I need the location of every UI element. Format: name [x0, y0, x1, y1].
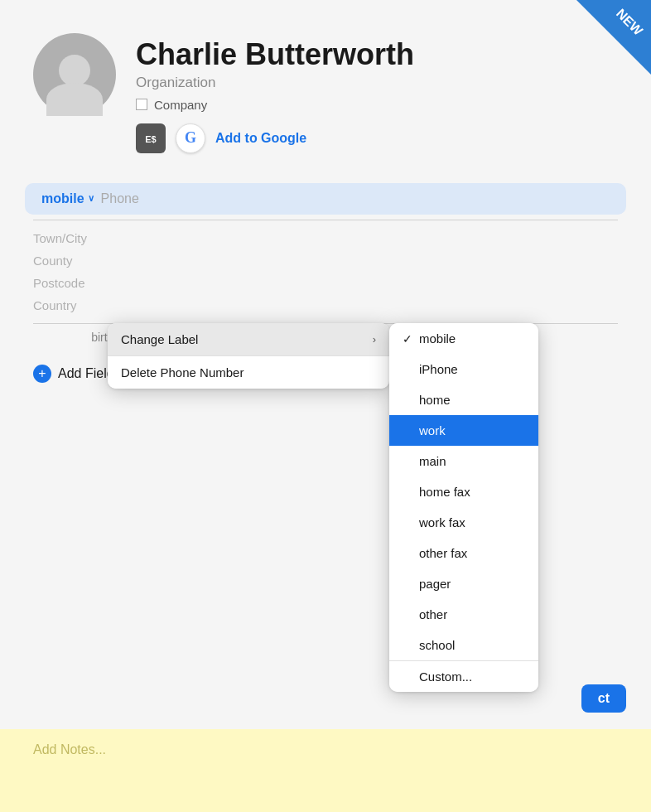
- context-menu: Change Label › Delete Phone Number: [108, 323, 389, 389]
- avatar-head: [59, 55, 90, 86]
- contact-name: Charlie Butterworth: [136, 38, 414, 71]
- contact-org-label: Organization: [136, 75, 414, 91]
- country-row: Country: [33, 294, 618, 317]
- phone-label-text: mobile: [41, 191, 84, 206]
- header-area: Charlie Butterworth Organization Company…: [0, 0, 651, 178]
- submenu-label-home: home: [419, 393, 451, 407]
- address-section: Town/City County Postcode Country: [33, 220, 618, 323]
- submenu-item-pager[interactable]: pager: [389, 568, 538, 599]
- notes-area[interactable]: Add Notes...: [0, 729, 651, 812]
- add-to-google-button[interactable]: Add to Google: [215, 131, 306, 146]
- submenu-label-work: work: [419, 423, 446, 437]
- submenu-label-home-fax: home fax: [419, 485, 470, 499]
- submenu-label-school: school: [419, 638, 455, 652]
- delete-phone-item[interactable]: Delete Phone Number: [108, 356, 389, 389]
- county-placeholder: County: [33, 254, 73, 268]
- submenu-label-work-fax: work fax: [419, 515, 465, 529]
- svg-text:E$: E$: [145, 134, 156, 144]
- submenu-item-custom[interactable]: Custom...: [389, 661, 538, 692]
- submenu-label-pager: pager: [419, 577, 451, 591]
- county-row: County: [33, 249, 618, 272]
- company-checkbox[interactable]: [136, 99, 147, 110]
- submenu-item-school[interactable]: school: [389, 630, 538, 660]
- avatar: [33, 33, 116, 116]
- postcode-placeholder: Postcode: [33, 276, 85, 290]
- submenu-label-custom: Custom...: [419, 669, 472, 684]
- submenu-item-iphone[interactable]: iPhone: [389, 354, 538, 384]
- phone-placeholder: Phone: [101, 191, 139, 206]
- submenu-label-main: main: [419, 454, 446, 468]
- submenu-item-mobile[interactable]: ✓ mobile: [389, 323, 538, 354]
- label-submenu: ✓ mobile iPhone home work main: [389, 323, 538, 692]
- submenu-label-iphone: iPhone: [419, 362, 458, 376]
- submenu-label-other: other: [419, 607, 447, 621]
- submenu-item-work-fax[interactable]: work fax: [389, 507, 538, 538]
- submenu-arrow-icon: ›: [373, 333, 376, 346]
- phone-field-row[interactable]: mobile ∨ Phone: [25, 183, 626, 215]
- add-field-plus-icon[interactable]: +: [33, 365, 51, 383]
- submenu-item-work[interactable]: work: [389, 415, 538, 446]
- avatar-body: [46, 83, 103, 116]
- chevron-down-icon: ∨: [88, 193, 94, 204]
- country-placeholder: Country: [33, 298, 77, 312]
- contact-card: NEW Charlie Butterworth Organization Com…: [0, 0, 651, 812]
- town-city-placeholder: Town/City: [33, 231, 87, 245]
- add-field-label: Add Field: [58, 366, 114, 381]
- phone-section: mobile ∨ Phone: [0, 178, 651, 220]
- change-label-text: Change Label: [121, 332, 198, 346]
- contact-info-row: Charlie Butterworth Organization Company…: [33, 33, 414, 153]
- submenu-item-home[interactable]: home: [389, 384, 538, 415]
- submenu-item-main[interactable]: main: [389, 446, 538, 476]
- change-label-item[interactable]: Change Label ›: [108, 323, 389, 355]
- submenu-item-home-fax[interactable]: home fax: [389, 476, 538, 507]
- submenu-item-other[interactable]: other: [389, 599, 538, 630]
- context-menu-container: Change Label › Delete Phone Number ✓ mob…: [108, 323, 538, 692]
- submenu-item-other-fax[interactable]: other fax: [389, 538, 538, 568]
- company-label: Company: [154, 98, 207, 112]
- contact-details: Charlie Butterworth Organization Company…: [136, 33, 414, 153]
- delete-phone-text: Delete Phone Number: [121, 365, 244, 379]
- notes-placeholder: Add Notes...: [33, 742, 106, 756]
- google-icon: G: [176, 123, 205, 153]
- icons-row: E$ G Add to Google: [136, 123, 414, 153]
- postcode-row: Postcode: [33, 272, 618, 294]
- done-button[interactable]: ct: [581, 684, 626, 713]
- phone-label-button[interactable]: mobile ∨: [41, 191, 94, 206]
- exchange-icon: E$: [136, 123, 166, 153]
- avatar-person: [33, 33, 116, 116]
- company-row: Company: [136, 98, 414, 112]
- action-buttons-area: ct: [581, 684, 626, 713]
- checkmark-icon: ✓: [403, 332, 419, 346]
- town-city-row: Town/City: [33, 227, 618, 249]
- submenu-label-mobile: mobile: [419, 331, 456, 346]
- submenu-label-other-fax: other fax: [419, 546, 467, 560]
